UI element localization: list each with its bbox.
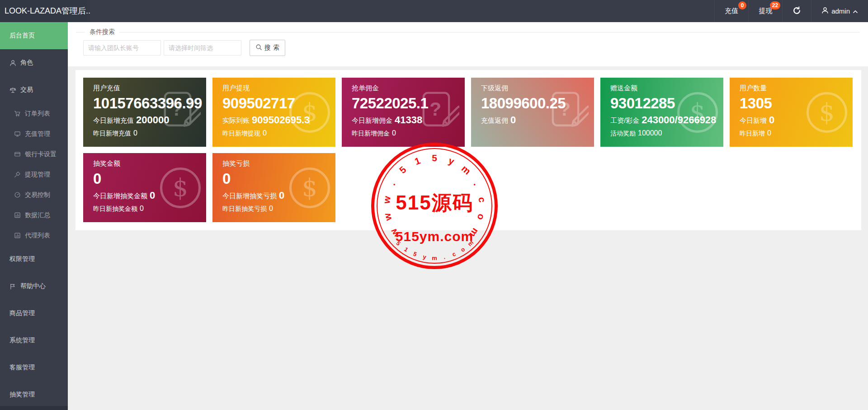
sidebar-item-label: 订单列表 [25, 110, 50, 118]
sidebar-item-customer-service[interactable]: 客服管理 [0, 354, 68, 381]
sidebar-item-label: 充值管理 [25, 130, 50, 138]
card-line-value: 909502695.3 [252, 114, 310, 126]
card-line-value: 41338 [395, 114, 422, 126]
gauge-icon [14, 191, 21, 198]
sidebar-item-agent-list[interactable]: 代理列表 [0, 225, 68, 246]
sidebar-item-label: 银行卡设置 [25, 150, 57, 158]
card-line: 今日新增0 [740, 114, 853, 126]
card-line: 活动奖励100000 [610, 129, 723, 138]
bar-chart-icon [14, 212, 21, 219]
user-menu[interactable]: admin [811, 0, 868, 22]
team-leader-account-input[interactable] [83, 40, 161, 56]
card-value: 1305 [740, 94, 853, 113]
card-line-value: 0 [510, 114, 516, 126]
card-title: 赠送金额 [610, 84, 723, 93]
sidebar: 后台首页角色交易订单列表充值管理银行卡设置提现管理交易控制数据汇总代理列表权限管… [0, 22, 68, 410]
sidebar-item-label: 系统管理 [9, 336, 35, 345]
sidebar-item-label: 权限管理 [9, 255, 35, 263]
card-line-value: 0 [263, 129, 267, 137]
sidebar-item-recharge-mgmt[interactable]: 充值管理 [0, 124, 68, 144]
card-line-label: 实际到账 [222, 116, 250, 124]
card-value: 0 [222, 169, 335, 188]
card-line-label: 工资/彩金 [610, 116, 639, 124]
card-line-label: 今日新增充值 [93, 116, 134, 124]
sidebar-item-label: 商品管理 [9, 309, 35, 317]
user-icon [821, 7, 829, 15]
card-line: 昨日新增提现0 [222, 129, 335, 138]
sidebar-item-roles[interactable]: 角色 [0, 49, 68, 76]
search-legend: 条件搜索 [85, 28, 119, 36]
withdraw-button[interactable]: 提现 22 [748, 0, 782, 22]
time-filter-input[interactable] [164, 40, 241, 56]
sidebar-item-bank-card-settings[interactable]: 银行卡设置 [0, 144, 68, 164]
sidebar-item-lottery-mgmt[interactable]: 抽奖管理 [0, 381, 68, 408]
sidebar-item-home[interactable]: 后台首页 [0, 22, 68, 49]
stat-card-user-count: 用户数量1305今日新增0昨日新增0$ [730, 78, 853, 147]
sidebar-item-data-summary[interactable]: 数据汇总 [0, 205, 68, 225]
withdraw-label: 提现 [759, 7, 772, 15]
card-line: 工资/彩金243000/9266928 [610, 114, 723, 126]
card-line-value: 0 [767, 129, 771, 137]
sidebar-item-system-mgmt[interactable]: 系统管理 [0, 327, 68, 354]
card-line-label: 今日新增抽奖金额 [93, 192, 147, 200]
card-line-value: 0 [133, 129, 137, 137]
sidebar-item-order-list[interactable]: 订单列表 [0, 103, 68, 124]
sidebar-item-trade[interactable]: 交易 [0, 76, 68, 103]
sidebar-item-help-center[interactable]: 帮助中心 [0, 273, 68, 300]
user-icon [9, 60, 16, 66]
card-line: 今日新增抽奖亏损0 [222, 190, 335, 201]
refresh-button[interactable] [782, 0, 811, 22]
card-line: 今日新增佣金41338 [352, 114, 465, 126]
stat-cards-panel: 用户充值10157663396.99今日新增充值200000昨日新增充值0?用户… [75, 70, 861, 230]
sidebar-item-permission-mgmt[interactable]: 权限管理 [0, 246, 68, 273]
sidebar-item-label: 交易控制 [25, 191, 50, 199]
card-line: 充值返佣0 [481, 114, 594, 126]
card-title: 抽奖金额 [93, 159, 206, 168]
card-line-value: 0 [150, 190, 155, 201]
gavel-icon [14, 171, 21, 178]
card-line-label: 昨日新增 [740, 130, 765, 137]
refresh-icon [793, 6, 801, 16]
stat-card-user-withdraw: 用户提现909502717实际到账909502695.3昨日新增提现0$ [212, 78, 335, 147]
card-line-value: 200000 [136, 114, 169, 126]
card-value: 18099600.25 [481, 94, 594, 113]
card-line-label: 昨日新抽奖金额 [93, 205, 137, 212]
sidebar-item-label: 角色 [20, 59, 33, 67]
header-actions: 充值 0 提现 22 admin [714, 0, 868, 22]
card-line-label: 今日新增抽奖亏损 [222, 192, 277, 200]
flag-icon [9, 283, 16, 290]
caret-up-icon [853, 7, 858, 15]
sidebar-item-withdraw-mgmt[interactable]: 提现管理 [0, 164, 68, 185]
username: admin [831, 7, 850, 15]
app-title: LOOK-LAZADA管理后... [0, 0, 90, 22]
card-value: 93012285 [610, 94, 723, 113]
recharge-button[interactable]: 充值 0 [714, 0, 748, 22]
stat-card-gift-amount: 赠送金额93012285工资/彩金243000/9266928活动奖励10000… [600, 78, 723, 147]
sidebar-item-trade-control[interactable]: 交易控制 [0, 185, 68, 205]
card-line: 昨日新增0 [740, 129, 853, 138]
card-line-label: 昨日新增佣金 [352, 130, 390, 137]
search-button[interactable]: 搜索 [250, 40, 285, 56]
card-line-value: 100000 [638, 129, 662, 137]
sidebar-menu: 后台首页角色交易订单列表充值管理银行卡设置提现管理交易控制数据汇总代理列表权限管… [0, 22, 68, 408]
sidebar-footer-strip [0, 406, 68, 410]
sidebar-item-label: 帮助中心 [20, 282, 46, 290]
search-panel: 条件搜索 搜索 [68, 22, 868, 66]
card-value: 10157663396.99 [93, 94, 206, 113]
sidebar-item-product-mgmt[interactable]: 商品管理 [0, 300, 68, 327]
card-line-label: 充值返佣 [481, 116, 508, 124]
card-line-value: 0 [769, 114, 774, 126]
sidebar-item-label: 抽奖管理 [9, 391, 35, 399]
bank-card-icon [14, 151, 21, 158]
sidebar-item-label: 交易 [20, 86, 33, 94]
card-title: 抽奖亏损 [222, 159, 335, 168]
fieldset-divider: 条件搜索 [76, 32, 860, 33]
card-line: 昨日新增充值0 [93, 129, 206, 138]
card-line-label: 昨日新增提现 [222, 130, 260, 137]
card-line-value: 0 [140, 205, 144, 212]
bar-chart-icon [14, 232, 21, 239]
card-line-label: 昨日新增充值 [93, 130, 131, 137]
search-icon [255, 44, 262, 52]
sidebar-item-label: 提现管理 [25, 171, 50, 179]
card-title: 用户提现 [222, 84, 335, 93]
